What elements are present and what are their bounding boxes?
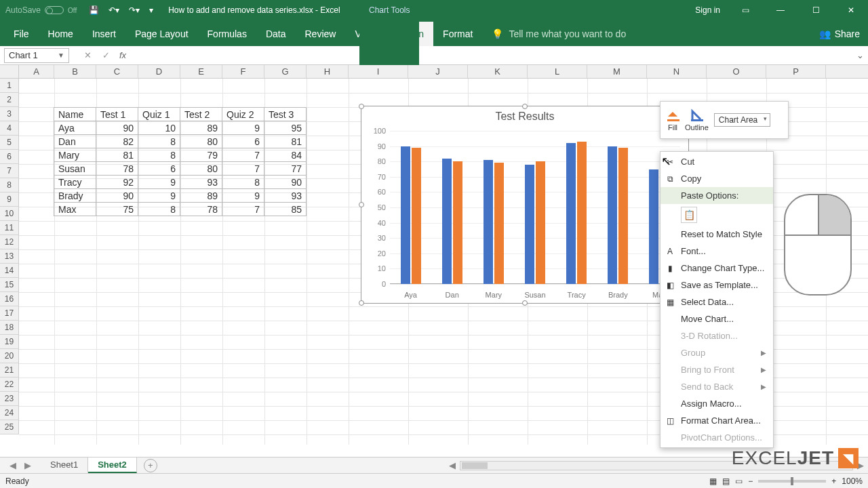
- bar[interactable]: [536, 161, 545, 284]
- table-cell[interactable]: 90: [264, 176, 307, 189]
- row-header[interactable]: 19: [0, 335, 19, 349]
- row-header[interactable]: 13: [0, 249, 19, 264]
- bar[interactable]: [618, 148, 628, 284]
- resize-handle[interactable]: [359, 202, 364, 207]
- table-cell[interactable]: 78: [180, 203, 222, 216]
- column-header[interactable]: G: [264, 65, 307, 78]
- row-header[interactable]: 3: [0, 107, 19, 121]
- menu-item-savetpl[interactable]: ◧Save as Template...: [660, 277, 773, 293]
- fill-button[interactable]: Fill: [666, 108, 679, 131]
- column-header[interactable]: N: [647, 65, 707, 78]
- qat-dropdown-icon[interactable]: ▾: [149, 5, 153, 15]
- row-header[interactable]: 1: [0, 79, 19, 93]
- bar[interactable]: [566, 143, 576, 284]
- row-header[interactable]: 7: [0, 164, 19, 178]
- table-header-cell[interactable]: Quiz 1: [138, 108, 180, 121]
- table-header-cell[interactable]: Quiz 2: [222, 108, 264, 121]
- save-icon[interactable]: 💾: [89, 5, 99, 15]
- row-header[interactable]: 16: [0, 292, 19, 306]
- bar[interactable]: [442, 159, 452, 284]
- tell-me-search[interactable]: 💡 Tell me what you want to do: [492, 22, 626, 46]
- table-cell[interactable]: 81: [96, 148, 138, 162]
- row-header[interactable]: 11: [0, 221, 19, 235]
- sheet-tab-sheet2[interactable]: Sheet2: [88, 458, 137, 473]
- row-header[interactable]: 25: [0, 420, 19, 434]
- zoom-in-icon[interactable]: +: [831, 476, 836, 486]
- menu-item-movechart[interactable]: Move Chart...: [660, 310, 773, 327]
- chart-object[interactable]: Test Results 0102030405060708090100AyaDa…: [361, 106, 689, 304]
- undo-icon[interactable]: ↶▾: [108, 5, 119, 15]
- tab-review[interactable]: Review: [296, 22, 346, 46]
- row-header[interactable]: 12: [0, 235, 19, 249]
- sheet-nav-prev-icon[interactable]: ◀: [9, 460, 16, 470]
- chart-element-selector[interactable]: Chart Area: [714, 113, 770, 127]
- table-cell[interactable]: 8: [138, 135, 180, 148]
- zoom-slider[interactable]: [758, 480, 826, 483]
- row-header[interactable]: 5: [0, 136, 19, 150]
- table-cell[interactable]: 9: [222, 189, 264, 203]
- row-header[interactable]: 20: [0, 349, 19, 363]
- cancel-formula-icon[interactable]: ✕: [79, 50, 97, 60]
- table-cell[interactable]: 78: [96, 162, 138, 176]
- row-header[interactable]: 21: [0, 363, 19, 378]
- bar[interactable]: [484, 160, 493, 284]
- column-header[interactable]: D: [138, 65, 180, 78]
- table-cell[interactable]: 90: [96, 189, 138, 203]
- table-cell[interactable]: 9: [138, 176, 180, 189]
- zoom-value[interactable]: 100%: [842, 476, 863, 486]
- table-cell[interactable]: 80: [180, 135, 222, 148]
- row-header[interactable]: 15: [0, 278, 19, 292]
- table-cell[interactable]: 89: [180, 189, 222, 203]
- table-cell[interactable]: 79: [180, 148, 222, 162]
- column-header[interactable]: H: [307, 65, 349, 78]
- table-cell[interactable]: 7: [222, 203, 264, 216]
- zoom-out-icon[interactable]: −: [748, 476, 753, 486]
- bar[interactable]: [494, 163, 504, 284]
- row-header[interactable]: 14: [0, 264, 19, 278]
- table-cell[interactable]: 6: [138, 162, 180, 176]
- tab-format[interactable]: Format: [433, 22, 482, 46]
- row-header[interactable]: 10: [0, 207, 19, 221]
- bar[interactable]: [608, 146, 617, 284]
- menu-item-reset[interactable]: Reset to Match Style: [660, 226, 773, 243]
- table-cell[interactable]: 6: [222, 135, 264, 148]
- table-header-cell[interactable]: Test 2: [180, 108, 222, 121]
- column-headers[interactable]: ABCDEFGHIJKLMNOP: [19, 65, 868, 79]
- table-header-cell[interactable]: Name: [54, 108, 96, 121]
- formula-expand-icon[interactable]: ⌄: [856, 50, 864, 60]
- bar-group[interactable]: Mary: [473, 131, 514, 284]
- bar[interactable]: [577, 142, 587, 284]
- column-header[interactable]: A: [19, 65, 54, 78]
- sign-in-link[interactable]: Sign in: [695, 5, 720, 15]
- table-cell[interactable]: 8: [138, 148, 180, 162]
- confirm-formula-icon[interactable]: ✓: [97, 50, 115, 60]
- maximize-icon[interactable]: ☐: [806, 5, 826, 15]
- tab-data[interactable]: Data: [256, 22, 296, 46]
- bar-group[interactable]: Susan: [514, 131, 555, 284]
- table-cell[interactable]: 82: [96, 135, 138, 148]
- column-header[interactable]: M: [587, 65, 647, 78]
- sheet-tab-sheet1[interactable]: Sheet1: [41, 458, 88, 473]
- tab-insert[interactable]: Insert: [83, 22, 125, 46]
- bar[interactable]: [453, 161, 462, 284]
- chart-title[interactable]: Test Results: [361, 106, 688, 125]
- view-normal-icon[interactable]: ▦: [709, 476, 717, 486]
- name-box[interactable]: Chart 1 ▼: [4, 48, 69, 63]
- outline-button[interactable]: Outline: [685, 108, 709, 131]
- table-cell[interactable]: 90: [96, 121, 138, 135]
- sheet-nav-next-icon[interactable]: ▶: [24, 460, 31, 470]
- menu-item-font[interactable]: AFont...: [660, 243, 773, 260]
- tab-page-layout[interactable]: Page Layout: [125, 22, 198, 46]
- column-header[interactable]: O: [707, 65, 766, 78]
- table-cell[interactable]: Susan: [54, 162, 96, 176]
- paste-option-button[interactable]: 📋: [681, 207, 697, 223]
- bar[interactable]: [649, 169, 658, 285]
- table-cell[interactable]: 7: [222, 148, 264, 162]
- row-headers[interactable]: 1234567891011121314151617181920212223242…: [0, 79, 19, 434]
- table-cell[interactable]: 93: [264, 189, 307, 203]
- autosave-toggle[interactable]: AutoSave Off: [5, 5, 77, 15]
- column-header[interactable]: J: [408, 65, 468, 78]
- bar-group[interactable]: Dan: [431, 131, 473, 284]
- table-cell[interactable]: Dan: [54, 135, 96, 148]
- share-button[interactable]: 👥 Share: [819, 22, 860, 46]
